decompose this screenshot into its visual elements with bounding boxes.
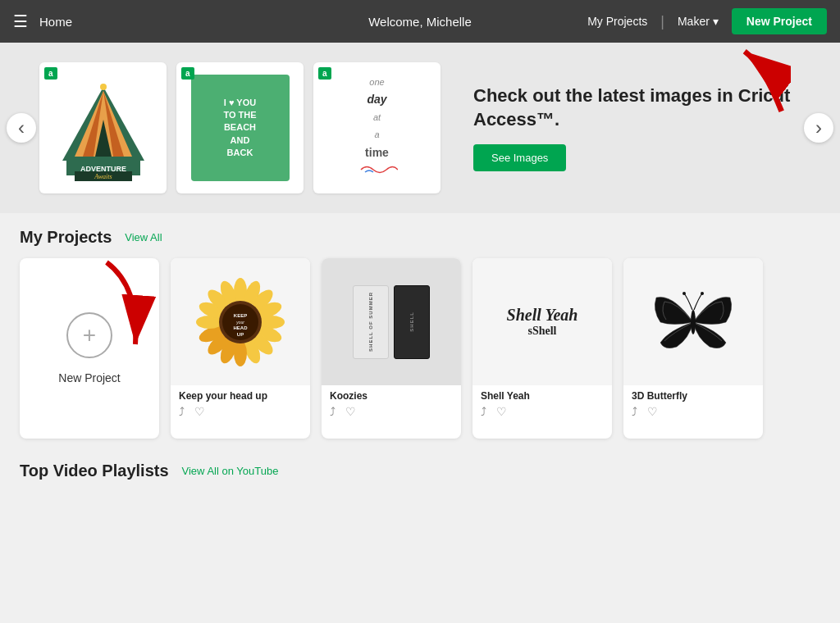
my-projects-section: My Projects View All + New Project ··· <box>0 213 840 448</box>
see-images-button[interactable]: See Images <box>473 144 566 171</box>
project-name-3: Shell Yeah <box>481 390 604 402</box>
card2-badge: a <box>181 67 194 80</box>
project-actions-3: ⤴ ♡ <box>481 405 604 418</box>
koozie-1: SHELL OF SUMMER <box>353 285 389 359</box>
svg-point-35 <box>682 292 686 295</box>
sunflower-image: KEEP your HEAD UP <box>191 273 290 371</box>
koozies-display: SHELL OF SUMMER SHELL <box>353 285 430 359</box>
project-card-shell-yeah: ··· Shell Yeah sShell Shell Yeah ⤴ ♡ <box>472 258 612 439</box>
koozie-2: SHELL <box>394 285 430 359</box>
project-actions-4: ⤴ ♡ <box>632 405 755 418</box>
header-right: My Projects | Maker ▾ New Project <box>587 8 827 34</box>
project-image-shell-yeah: Shell Yeah sShell <box>472 258 612 385</box>
heart-icon-1[interactable]: ♡ <box>194 405 205 418</box>
banner-text-block: Check out the latest images in Cricut Ac… <box>457 84 801 171</box>
svg-point-36 <box>701 292 704 295</box>
share-icon-4[interactable]: ⤴ <box>632 405 637 418</box>
projects-grid: + New Project ··· <box>20 258 820 439</box>
share-icon-2[interactable]: ⤴ <box>330 405 336 418</box>
bottom-section: Top Video Playlists View All on YouTube <box>0 448 840 487</box>
bottom-title: Top Video Playlists <box>20 462 169 480</box>
welcome-text: Welcome, Michelle <box>368 15 472 29</box>
project-image-butterfly <box>623 258 763 385</box>
project-card-sunflower: ··· <box>171 258 310 439</box>
banner-images: a ADVENTURE Awaits <box>39 62 441 193</box>
card1-badge: a <box>44 67 57 80</box>
share-icon-3[interactable]: ⤴ <box>481 405 486 418</box>
project-name-4: 3D Butterfly <box>632 390 755 402</box>
share-icon-1[interactable]: ⤴ <box>179 405 185 418</box>
project-footer-2: Koozies ⤴ ♡ <box>322 385 461 423</box>
header-divider: | <box>660 13 664 30</box>
svg-text:KEEP: KEEP <box>234 313 247 318</box>
project-name-2: Koozies <box>330 390 453 402</box>
project-footer-3: Shell Yeah ⤴ ♡ <box>472 385 612 423</box>
project-footer-4: 3D Butterfly ⤴ ♡ <box>623 385 763 423</box>
new-project-plus-icon: + <box>66 312 112 358</box>
project-image-sunflower: KEEP your HEAD UP <box>171 258 310 385</box>
menu-icon[interactable]: ☰ <box>13 11 28 31</box>
header: ☰ Home Welcome, Michelle My Projects | M… <box>0 0 840 43</box>
project-card-koozies: ··· SHELL OF SUMMER SHELL Koozies ⤴ ♡ <box>322 258 461 439</box>
banner-card-3[interactable]: a one day at a time <box>313 62 441 193</box>
banner-next-arrow[interactable]: › <box>804 113 833 143</box>
project-image-koozies: SHELL OF SUMMER SHELL <box>322 258 461 385</box>
my-projects-view-all[interactable]: View All <box>125 231 162 243</box>
project-actions-1: ⤴ ♡ <box>179 405 302 418</box>
new-project-card[interactable]: + New Project <box>20 258 159 439</box>
shell-yeah-text1: Shell Yeah <box>507 306 578 325</box>
shell-yeah-display: Shell Yeah sShell <box>507 306 578 338</box>
heart-icon-3[interactable]: ♡ <box>496 405 507 418</box>
svg-text:Awaits: Awaits <box>94 173 112 180</box>
adventure-awaits-image: ADVENTURE Awaits <box>54 75 153 181</box>
project-card-butterfly: ··· <box>623 258 763 439</box>
maker-label: Maker <box>678 15 710 28</box>
chevron-down-icon: ▾ <box>713 15 719 28</box>
new-project-card-label: New Project <box>58 371 120 384</box>
card3-badge: a <box>318 67 331 80</box>
my-projects-link[interactable]: My Projects <box>587 15 647 28</box>
shell-yeah-text2: sShell <box>507 325 578 338</box>
project-footer-1: Keep your head up ⤴ ♡ <box>171 385 310 423</box>
banner-prev-arrow[interactable]: ‹ <box>7 113 36 143</box>
svg-text:UP: UP <box>237 332 244 337</box>
svg-text:HEAD: HEAD <box>233 325 248 330</box>
banner-card-2[interactable]: a I ♥ YOUTO THEBEACHANDBACK <box>176 62 304 193</box>
butterfly-image <box>648 277 738 367</box>
bottom-view-all[interactable]: View All on YouTube <box>182 465 279 477</box>
my-projects-title: My Projects <box>20 228 112 247</box>
oneday-card-text: one day at a time <box>350 67 404 189</box>
heart-icon-4[interactable]: ♡ <box>647 405 658 418</box>
new-project-button[interactable]: New Project <box>732 8 827 34</box>
banner-heading: Check out the latest images in Cricut Ac… <box>473 84 801 131</box>
beach-card-text: I ♥ YOUTO THEBEACHANDBACK <box>191 75 290 181</box>
banner: ‹ a ADVENTURE <box>0 43 840 213</box>
svg-point-6 <box>100 84 107 90</box>
svg-point-34 <box>691 310 696 334</box>
maker-dropdown[interactable]: Maker ▾ <box>678 15 719 28</box>
banner-card-1[interactable]: a ADVENTURE Awaits <box>39 62 167 193</box>
my-projects-header: My Projects View All <box>20 228 820 247</box>
project-actions-2: ⤴ ♡ <box>330 405 453 418</box>
project-name-1: Keep your head up <box>179 390 302 402</box>
home-link[interactable]: Home <box>39 15 72 29</box>
svg-text:your: your <box>235 320 244 325</box>
heart-icon-2[interactable]: ♡ <box>345 405 356 418</box>
